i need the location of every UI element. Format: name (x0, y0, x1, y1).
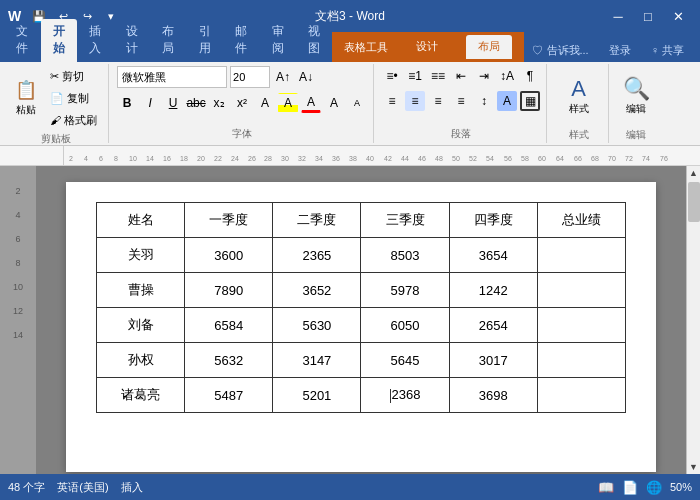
show-formatting-button[interactable]: ¶ (520, 66, 540, 86)
vertical-scrollbar[interactable]: ▲ ▼ (686, 166, 700, 474)
cell-r0-c5[interactable] (537, 238, 625, 273)
cell-r0-c1[interactable]: 3600 (185, 238, 273, 273)
tab-layout[interactable]: 布局 (150, 19, 187, 62)
justify-button[interactable]: ≡ (451, 91, 471, 111)
tab-design[interactable]: 设计 (114, 19, 151, 62)
decrease-indent-button[interactable]: ⇤ (451, 66, 471, 86)
cell-r2-c0[interactable]: 刘备 (97, 308, 185, 343)
view-read-button[interactable]: 📖 (598, 480, 614, 495)
ruler: 2 4 6 8 10 14 16 18 20 22 24 26 28 30 32… (0, 146, 700, 166)
share-button[interactable]: ♀ 共享 (643, 39, 692, 62)
editing-label: 编辑 (626, 126, 646, 142)
scroll-down-button[interactable]: ▼ (687, 460, 700, 474)
align-left-button[interactable]: ≡ (382, 91, 402, 111)
cell-r0-c3[interactable]: 8503 (361, 238, 449, 273)
strikethrough-button[interactable]: abc (186, 93, 206, 113)
cell-r2-c5[interactable] (537, 308, 625, 343)
increase-font-button[interactable]: A↑ (273, 67, 293, 87)
restore-button[interactable]: □ (634, 3, 662, 29)
shading-button[interactable]: A (497, 91, 517, 111)
decrease-font-button[interactable]: A↓ (296, 67, 316, 87)
window-controls: ─ □ ✕ (604, 3, 692, 29)
tab-home[interactable]: 开始 (41, 19, 78, 62)
cell-r2-c2[interactable]: 5630 (273, 308, 361, 343)
cell-r4-c3[interactable]: 2368 (361, 378, 449, 413)
tab-file[interactable]: 文件 (4, 19, 41, 62)
cell-r1-c3[interactable]: 5978 (361, 273, 449, 308)
sort-button[interactable]: ↕A (497, 66, 517, 86)
borders-button[interactable]: ▦ (520, 91, 540, 111)
font-size-input[interactable] (230, 66, 270, 88)
cell-r1-c1[interactable]: 7890 (185, 273, 273, 308)
text-effects-button[interactable]: A (255, 93, 275, 113)
table-tools-header: 表格工具 设计 布局 (332, 32, 524, 62)
font-size-A2[interactable]: A (347, 93, 367, 113)
view-web-button[interactable]: 🌐 (646, 480, 662, 495)
copy-button[interactable]: 📄 复制 (45, 88, 102, 108)
bold-button[interactable]: B (117, 93, 137, 113)
cell-r4-c2[interactable]: 5201 (273, 378, 361, 413)
cell-r2-c4[interactable]: 2654 (449, 308, 537, 343)
cell-r3-c3[interactable]: 5645 (361, 343, 449, 378)
align-right-button[interactable]: ≡ (428, 91, 448, 111)
subscript-button[interactable]: x₂ (209, 93, 229, 113)
bullets-button[interactable]: ≡• (382, 66, 402, 86)
cell-r1-c4[interactable]: 1242 (449, 273, 537, 308)
clipboard-secondary: ✂ 剪切 📄 复制 🖌 格式刷 (45, 66, 102, 130)
cell-r1-c5[interactable] (537, 273, 625, 308)
cell-r3-c2[interactable]: 3147 (273, 343, 361, 378)
cell-r3-c5[interactable] (537, 343, 625, 378)
numbering-button[interactable]: ≡1 (405, 66, 425, 86)
tab-mailings[interactable]: 邮件 (223, 19, 260, 62)
cut-button[interactable]: ✂ 剪切 (45, 66, 102, 86)
cell-r2-c3[interactable]: 6050 (361, 308, 449, 343)
cell-r3-c4[interactable]: 3017 (449, 343, 537, 378)
cell-r4-c5[interactable] (537, 378, 625, 413)
font-color-button[interactable]: A (301, 93, 321, 113)
cell-r4-c1[interactable]: 5487 (185, 378, 273, 413)
tell-me-button[interactable]: ♡ 告诉我... (524, 39, 596, 62)
tab-references[interactable]: 引用 (187, 19, 224, 62)
align-center-button[interactable]: ≡ (405, 91, 425, 111)
text-highlight-button[interactable]: A (278, 93, 298, 113)
superscript-button[interactable]: x² (232, 93, 252, 113)
font-size-A1[interactable]: A (324, 93, 344, 113)
svg-text:28: 28 (264, 155, 272, 162)
scroll-thumb[interactable] (688, 182, 700, 222)
cell-r0-c2[interactable]: 2365 (273, 238, 361, 273)
font-name-input[interactable] (117, 66, 227, 88)
close-button[interactable]: ✕ (664, 3, 692, 29)
cell-r1-c0[interactable]: 曹操 (97, 273, 185, 308)
tab-table-design[interactable]: 设计 (404, 35, 450, 59)
tab-insert[interactable]: 插入 (77, 19, 114, 62)
cell-r0-c0[interactable]: 关羽 (97, 238, 185, 273)
search-icon: 🔍 (623, 76, 650, 102)
cell-r3-c0[interactable]: 孙权 (97, 343, 185, 378)
scroll-up-button[interactable]: ▲ (687, 166, 700, 180)
paste-button[interactable]: 📋 粘贴 (10, 68, 42, 128)
cell-r3-c1[interactable]: 5632 (185, 343, 273, 378)
tab-table-layout[interactable]: 布局 (466, 35, 512, 59)
italic-button[interactable]: I (140, 93, 160, 113)
svg-text:6: 6 (99, 155, 103, 162)
cell-r1-c2[interactable]: 3652 (273, 273, 361, 308)
document-scroll-area[interactable]: 姓名 一季度 二季度 三季度 四季度 总业绩 关羽 3600 2365 (36, 166, 686, 474)
header-total: 总业绩 (537, 203, 625, 238)
styles-button[interactable]: A 样式 (563, 66, 595, 126)
increase-indent-button[interactable]: ⇥ (474, 66, 494, 86)
signin-button[interactable]: 登录 (601, 39, 639, 62)
ruler-svg: 2 4 6 8 10 14 16 18 20 22 24 26 28 30 32… (64, 146, 700, 165)
underline-button[interactable]: U (163, 93, 183, 113)
format-painter-button[interactable]: 🖌 格式刷 (45, 110, 102, 130)
cell-r4-c4[interactable]: 3698 (449, 378, 537, 413)
cell-r4-c0[interactable]: 诸葛亮 (97, 378, 185, 413)
view-print-button[interactable]: 📄 (622, 480, 638, 495)
line-spacing-button[interactable]: ↕ (474, 91, 494, 111)
minimize-button[interactable]: ─ (604, 3, 632, 29)
cell-r0-c4[interactable]: 3654 (449, 238, 537, 273)
multilevel-list-button[interactable]: ≡≡ (428, 66, 448, 86)
tab-view[interactable]: 视图 (296, 19, 333, 62)
cell-r2-c1[interactable]: 6584 (185, 308, 273, 343)
tab-review[interactable]: 审阅 (260, 19, 297, 62)
find-replace-button[interactable]: 🔍 编辑 (618, 66, 655, 126)
